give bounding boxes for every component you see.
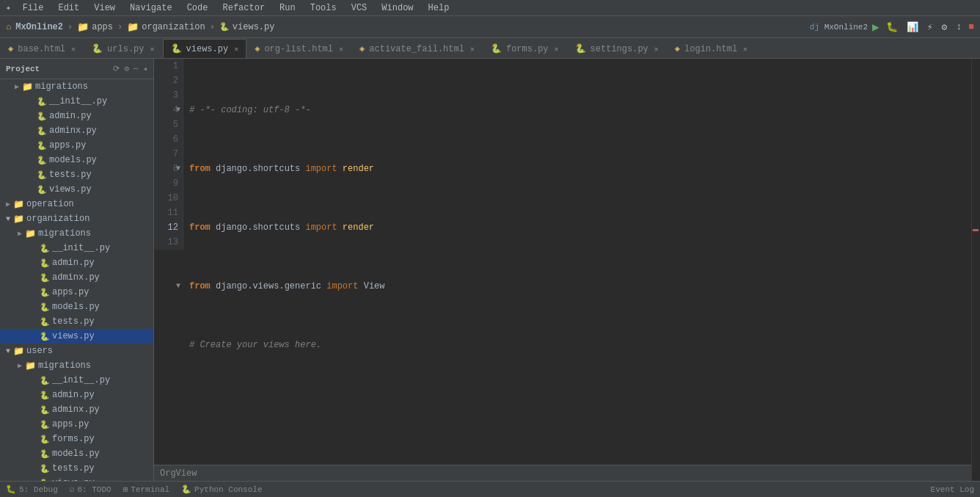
tab-icon-urls: 🐍 xyxy=(92,43,103,54)
settings-button[interactable]: ⚙ xyxy=(940,21,950,33)
bottom-todo[interactable]: ☑ 6: TODO xyxy=(70,485,111,494)
sidebar-item-models-org[interactable]: 🐍 models.py xyxy=(0,300,153,314)
sidebar-item-views-users[interactable]: 🐍 views.py xyxy=(0,476,153,481)
tab-login-html[interactable]: ◈ login.html ✕ xyxy=(667,39,756,58)
menu-view[interactable]: View xyxy=(88,1,121,15)
sidebar-item-forms-users[interactable]: 🐍 forms.py xyxy=(0,432,153,446)
sidebar-item-views-org[interactable]: 🐍 views.py xyxy=(0,329,153,344)
sidebar-item-apps-users[interactable]: 🐍 apps.py xyxy=(0,417,153,432)
collapse-icon[interactable]: — xyxy=(134,64,139,73)
menu-window[interactable]: Window xyxy=(376,1,419,15)
code-editor[interactable]: 1 2 3 4 5 6 7 8 9 10 11 12 13 # -*- codi… xyxy=(154,59,971,481)
folder-users-icon: 📁 xyxy=(13,346,24,357)
editor-breadcrumb-label: OrgView xyxy=(160,468,197,479)
sidebar-item-admin-users[interactable]: 🐍 admin.py xyxy=(0,388,153,402)
linenum-12: 12 xyxy=(154,220,178,235)
label-admin-org: admin.py xyxy=(52,258,95,268)
tab-forms-py[interactable]: 🐍 forms.py ✕ xyxy=(483,39,567,58)
tab-close-orglist[interactable]: ✕ xyxy=(339,45,343,54)
file-apps-users-icon: 🐍 xyxy=(40,420,50,429)
sync-icon[interactable]: ⟳ xyxy=(113,64,120,73)
sidebar-item-organization[interactable]: ▼ 📁 organization xyxy=(0,211,153,226)
label-apps-users: apps.py xyxy=(52,419,89,429)
tab-close-views[interactable]: ✕ xyxy=(234,45,238,54)
terminal-icon: ⊞ xyxy=(123,485,128,494)
tab-icon-settings: 🐍 xyxy=(575,43,586,54)
sidebar-item-admin-1[interactable]: 🐍 admin.py xyxy=(0,109,153,123)
profile-button[interactable]: ⚡ xyxy=(925,21,935,33)
sidebar-item-init-users[interactable]: 🐍 __init__.py xyxy=(0,373,153,388)
menu-tools[interactable]: Tools xyxy=(304,1,343,15)
sidebar-item-operation[interactable]: ▶ 📁 operation xyxy=(0,197,153,211)
sidebar-item-users[interactable]: ▼ 📁 users xyxy=(0,344,153,358)
vcs-button[interactable]: ↕ xyxy=(954,21,964,32)
menu-run[interactable]: Run xyxy=(274,1,301,15)
settings-icon[interactable]: ⚙ xyxy=(124,64,129,73)
label-models-users: models.py xyxy=(52,449,100,459)
sidebar-item-migrations-1[interactable]: ▶ 📁 migrations xyxy=(0,79,153,94)
sidebar-item-views-1[interactable]: 🐍 views.py xyxy=(0,182,153,197)
sidebar-item-adminx-1[interactable]: 🐍 adminx.py xyxy=(0,123,153,138)
debug-button[interactable]: 🐛 xyxy=(884,21,900,33)
tab-label-settings: settings.py xyxy=(590,44,648,54)
coverage-button[interactable]: 📊 xyxy=(904,21,921,33)
tab-close-login[interactable]: ✕ xyxy=(743,45,747,54)
sidebar-item-tests-org[interactable]: 🐍 tests.py xyxy=(0,314,153,329)
sidebar-item-models-1[interactable]: 🐍 models.py xyxy=(0,153,153,167)
sidebar-item-adminx-users[interactable]: 🐍 adminx.py xyxy=(0,402,153,417)
tab-base-html[interactable]: ◈ base.html ✕ xyxy=(0,39,84,58)
menu-edit[interactable]: Edit xyxy=(52,1,85,15)
menu-navigate[interactable]: Navigate xyxy=(124,1,178,15)
file-init-users-icon: 🐍 xyxy=(40,376,50,385)
minimize-icon[interactable]: ◂ xyxy=(142,64,147,73)
tab-close-base[interactable]: ✕ xyxy=(71,45,76,54)
linenum-1: 1 xyxy=(154,59,178,73)
tab-urls-py[interactable]: 🐍 urls.py ✕ xyxy=(84,39,162,58)
sidebar-item-apps-org[interactable]: 🐍 apps.py xyxy=(0,285,153,300)
sidebar-item-migrations-org[interactable]: ▶ 📁 migrations xyxy=(0,226,153,241)
bottom-event-log[interactable]: Event Log xyxy=(931,485,974,494)
file-admin-1-icon: 🐍 xyxy=(37,112,47,121)
sidebar-item-migrations-users[interactable]: ▶ 📁 migrations xyxy=(0,358,153,373)
sidebar-item-tests-1[interactable]: 🐍 tests.py xyxy=(0,167,153,182)
tab-settings-py[interactable]: 🐍 settings.py ✕ xyxy=(567,39,667,58)
menubar: ✦ File Edit View Navigate Code Refactor … xyxy=(0,0,980,16)
sidebar-item-admin-org[interactable]: 🐍 admin.py xyxy=(0,255,153,270)
file-models-1-icon: 🐍 xyxy=(37,156,47,165)
right-gutter xyxy=(971,59,980,481)
tab-views-py[interactable]: 🐍 views.py ✕ xyxy=(163,39,247,58)
sidebar-item-adminx-org[interactable]: 🐍 adminx.py xyxy=(0,270,153,285)
menu-help[interactable]: Help xyxy=(423,1,456,15)
home-icon: ⌂ xyxy=(6,22,11,32)
folder-icon2: 📁 xyxy=(127,21,139,33)
sidebar-item-tests-users[interactable]: 🐍 tests.py xyxy=(0,461,153,476)
tab-close-urls[interactable]: ✕ xyxy=(150,45,155,54)
bottom-terminal[interactable]: ⊞ Terminal xyxy=(123,485,169,494)
run-button[interactable]: ▶ xyxy=(872,20,880,35)
linenum-7: 7 xyxy=(154,147,178,162)
tab-org-list-html[interactable]: ◈ org-list.html ✕ xyxy=(246,39,351,58)
label-forms-users: forms.py xyxy=(52,434,95,444)
menu-file[interactable]: File xyxy=(17,1,50,15)
sidebar-item-init-org[interactable]: 🐍 __init__.py xyxy=(0,241,153,255)
label-tests-1: tests.py xyxy=(49,170,92,180)
menu-code[interactable]: Code xyxy=(181,1,214,15)
sidebar-item-apps-1[interactable]: 🐍 apps.py xyxy=(0,138,153,153)
breadcrumb-file[interactable]: 🐍 views.py xyxy=(219,22,275,32)
bottom-debug[interactable]: 🐛 5: Debug xyxy=(6,485,58,494)
sidebar-item-models-users[interactable]: 🐍 models.py xyxy=(0,446,153,461)
bottom-python-console[interactable]: 🐍 Python Console xyxy=(181,485,262,494)
tab-activate-fail-html[interactable]: ◈ activate_fail.html ✕ xyxy=(351,39,483,58)
breadcrumb-project[interactable]: MxOnline2 xyxy=(15,22,63,32)
breadcrumb-organization[interactable]: 📁 organization xyxy=(127,21,205,33)
breadcrumb-apps[interactable]: 📁 apps xyxy=(77,21,113,33)
tab-close-activate[interactable]: ✕ xyxy=(470,45,475,54)
label-migrations-org: migrations xyxy=(38,228,91,239)
stop-button[interactable]: ■ xyxy=(968,21,974,32)
menu-refactor[interactable]: Refactor xyxy=(216,1,271,15)
file-apps-1-icon: 🐍 xyxy=(37,141,47,150)
tab-close-forms[interactable]: ✕ xyxy=(555,45,559,54)
tab-close-settings[interactable]: ✕ xyxy=(654,45,659,54)
sidebar-item-init-1[interactable]: 🐍 __init__.py xyxy=(0,94,153,109)
menu-vcs[interactable]: VCS xyxy=(345,1,373,15)
